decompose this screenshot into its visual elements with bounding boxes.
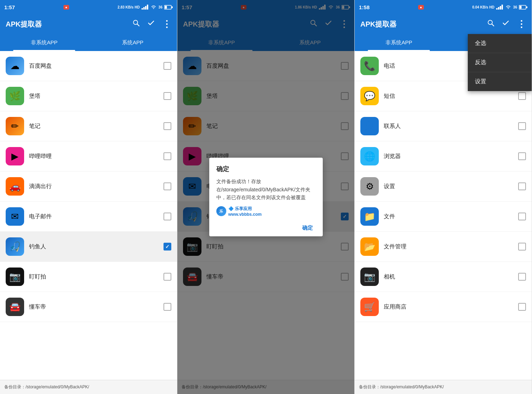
list-item[interactable]: ☁百度网盘: [0, 51, 177, 81]
app-name: 相机: [384, 273, 518, 281]
list-item[interactable]: 🌐浏览器: [355, 141, 532, 171]
tab-0[interactable]: 非系统APP: [0, 34, 89, 51]
dialog-title: 确定: [216, 165, 316, 173]
list-item[interactable]: 📂文件管理: [355, 232, 532, 262]
watermark-text: 🔷 乐享应用www.vbbbs.com: [228, 206, 262, 217]
status-icons: 0.04 KB/s HD 36: [472, 5, 527, 10]
app-icon: ✉: [6, 207, 24, 226]
list-item[interactable]: 🎣钓鱼人: [0, 232, 177, 262]
app-icon: 🚗: [6, 177, 24, 196]
app-checkbox[interactable]: [164, 243, 171, 251]
app-checkbox[interactable]: [164, 213, 171, 220]
search-icon[interactable]: [487, 19, 495, 29]
app-name: 懂车帝: [29, 303, 164, 311]
svg-rect-19: [498, 7, 499, 10]
app-checkbox[interactable]: [518, 213, 526, 220]
more-icon[interactable]: ⋮: [162, 19, 171, 30]
list-item[interactable]: 🚘懂车帝: [0, 292, 177, 322]
status-time: 1:57: [4, 4, 15, 10]
list-item[interactable]: ✏笔记: [0, 111, 177, 141]
tab-1[interactable]: 系统APP: [89, 34, 177, 51]
app-checkbox[interactable]: [164, 303, 171, 311]
svg-line-8: [137, 24, 139, 26]
app-name: 浏览器: [384, 153, 518, 160]
app-name: 堡塔: [29, 92, 164, 100]
app-icon: 📞: [360, 57, 379, 75]
list-item[interactable]: 👤联系人: [355, 111, 532, 141]
network-speed: 0.04 KB/s HD: [472, 5, 494, 9]
list-item[interactable]: 🚗滴滴出行: [0, 171, 177, 202]
phone-panel-panel2: 1:57 ● 1.86 KB/s HD 36 APK提取器: [177, 0, 355, 394]
app-title: APK提取器: [360, 19, 487, 29]
status-icons: 2.83 KB/s HD 36: [118, 5, 173, 10]
app-icon: ☁: [6, 57, 24, 75]
svg-rect-23: [526, 6, 527, 8]
app-checkbox[interactable]: [164, 122, 171, 130]
app-checkbox[interactable]: [518, 122, 526, 130]
list-item[interactable]: 📷盯盯拍: [0, 262, 177, 292]
app-checkbox[interactable]: [518, 182, 526, 190]
app-checkbox[interactable]: [518, 152, 526, 160]
status-rec: ●: [63, 5, 69, 10]
app-icon: 📷: [6, 268, 24, 286]
list-item[interactable]: ▶哔哩哔哩: [0, 141, 177, 171]
list-item[interactable]: 🌿堡塔: [0, 81, 177, 111]
app-icon: 📷: [360, 268, 379, 286]
svg-rect-2: [145, 6, 146, 10]
app-name: 笔记: [29, 123, 164, 130]
app-name: 滴滴出行: [29, 183, 164, 190]
svg-rect-0: [142, 8, 143, 10]
app-bar: APK提取器 ⋮: [355, 14, 532, 34]
more-icon[interactable]: ⋮: [517, 19, 526, 30]
app-list: ☁百度网盘🌿堡塔✏笔记▶哔哩哔哩🚗滴滴出行✉电子邮件🎣钓鱼人📷盯盯拍🚘懂车帝: [0, 51, 177, 380]
dropdown-item-2[interactable]: 设置: [468, 72, 532, 91]
svg-rect-21: [501, 5, 503, 10]
search-icon[interactable]: [132, 19, 140, 29]
dialog-content: 文件备份成功！存放在/storage/emulated/0/MyBackAPK/…: [216, 178, 316, 201]
app-name: 百度网盘: [29, 62, 164, 70]
check-icon[interactable]: [502, 19, 510, 29]
app-checkbox[interactable]: [164, 273, 171, 281]
app-icon: ▶: [6, 147, 24, 165]
app-icon: 📁: [360, 207, 379, 226]
app-icon: 🎣: [6, 237, 24, 256]
tab-0[interactable]: 非系统APP: [355, 34, 443, 51]
list-item[interactable]: 📁文件: [355, 202, 532, 232]
app-title: APK提取器: [6, 19, 132, 29]
phone-panel-panel1: 1:57 ● 2.83 KB/s HD 36 APK提取器: [0, 0, 177, 394]
app-icon: 🛒: [360, 298, 379, 316]
network-speed: 2.83 KB/s HD: [118, 5, 140, 9]
bottom-bar: 备份目录：/storage/emulated/0/MyBackAPK/: [355, 380, 532, 394]
app-checkbox[interactable]: [164, 62, 171, 70]
app-name: 联系人: [384, 123, 518, 130]
list-item[interactable]: ⚙设置: [355, 171, 532, 202]
status-rec: ●: [418, 5, 424, 10]
dropdown-item-1[interactable]: 反选: [468, 53, 532, 72]
status-bar: 1:58 ● 0.04 KB/s HD 36: [355, 0, 532, 14]
status-time: 1:58: [359, 4, 370, 10]
app-checkbox[interactable]: [518, 243, 526, 251]
svg-rect-3: [147, 5, 148, 10]
app-checkbox[interactable]: [164, 92, 171, 100]
app-checkbox[interactable]: [518, 273, 526, 281]
dialog-confirm-btn[interactable]: 确定: [299, 223, 316, 233]
app-checkbox[interactable]: [518, 303, 526, 311]
phone-panel-panel3: 1:58 ● 0.04 KB/s HD 36 APK提取器: [355, 0, 532, 394]
app-icon: 👤: [360, 117, 379, 135]
list-item[interactable]: 🛒应用商店: [355, 292, 532, 322]
app-name: 钓鱼人: [29, 243, 164, 251]
app-checkbox[interactable]: [164, 152, 171, 160]
dropdown-menu: 全选反选设置: [468, 34, 532, 91]
app-name: 设置: [384, 183, 518, 190]
app-bar: APK提取器 ⋮: [0, 14, 177, 34]
dialog: 确定 文件备份成功！存放在/storage/emulated/0/MyBackA…: [209, 158, 323, 236]
dropdown-item-0[interactable]: 全选: [468, 34, 532, 53]
status-bar: 1:57 ● 2.83 KB/s HD 36: [0, 0, 177, 14]
list-item[interactable]: 📷相机: [355, 262, 532, 292]
check-icon[interactable]: [147, 19, 155, 29]
list-item[interactable]: ✉电子邮件: [0, 202, 177, 232]
app-checkbox[interactable]: [164, 182, 171, 190]
app-checkbox[interactable]: [518, 92, 526, 100]
app-name: 文件管理: [384, 243, 518, 251]
app-name: 电子邮件: [29, 213, 164, 220]
